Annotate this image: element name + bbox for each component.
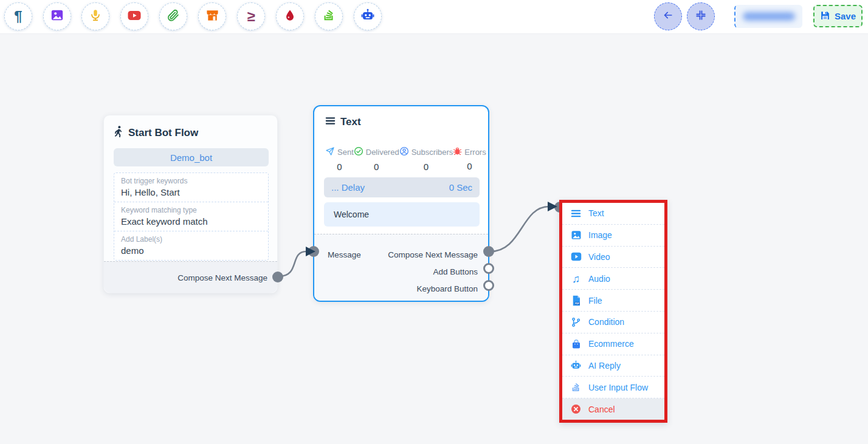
- menu-item-user-input-flow[interactable]: User Input Flow: [562, 377, 664, 398]
- droplet-icon: [284, 9, 296, 24]
- subscriber-icon: [399, 146, 409, 158]
- stat-label: Subscribers: [412, 148, 453, 157]
- text-node-title: Text: [340, 116, 361, 128]
- greater-equal-icon: ≥: [247, 9, 255, 24]
- tool-audio-element[interactable]: [81, 2, 109, 30]
- tool-video-element[interactable]: [120, 2, 148, 30]
- add-buttons-port-label: Add Buttons: [433, 267, 478, 276]
- field-value: Exact keyword match: [121, 216, 261, 227]
- compress-view-button[interactable]: [687, 2, 715, 30]
- message-input-handle[interactable]: [308, 246, 319, 257]
- compose-next-message-handle[interactable]: [483, 246, 494, 257]
- menu-item-label: Audio: [588, 274, 610, 284]
- field-keyword-matching-type[interactable]: Keyword matching type Exact keyword matc…: [114, 202, 268, 231]
- tool-user-input-flow-element[interactable]: [315, 2, 343, 30]
- cancel-circle-icon: [570, 403, 582, 415]
- field-label: Bot trigger keywords: [121, 177, 261, 185]
- top-toolbar: ¶ ≥: [0, 0, 868, 34]
- menu-item-ai-reply[interactable]: AI Reply: [562, 355, 664, 377]
- stack-icon: [570, 381, 582, 393]
- video-icon: [570, 251, 582, 262]
- microphone-icon: [89, 9, 102, 24]
- field-add-labels[interactable]: Add Label(s) demo: [114, 231, 268, 260]
- field-value: Hi, Hello, Start: [121, 187, 261, 197]
- walking-person-icon: [114, 126, 123, 140]
- menu-item-ecommerce[interactable]: Ecommerce: [562, 333, 664, 355]
- delay-row[interactable]: ... Delay 0 Sec: [324, 177, 480, 197]
- bot-name-button[interactable]: Demo_bot: [114, 148, 269, 166]
- stat-label: Delivered: [366, 148, 399, 157]
- message-text-box[interactable]: Welcome: [324, 202, 480, 227]
- menu-item-audio[interactable]: ♫ Audio: [562, 268, 664, 290]
- start-node-header: Start Bot Flow: [114, 126, 198, 140]
- menu-item-condition[interactable]: Condition: [562, 312, 664, 333]
- delay-value: 0 Sec: [449, 182, 472, 193]
- stat-errors: Errors 0: [453, 146, 486, 172]
- tool-text-element[interactable]: ¶: [4, 2, 32, 30]
- tool-image-element[interactable]: [43, 2, 71, 30]
- save-icon: [820, 10, 830, 22]
- menu-item-label: Ecommerce: [588, 339, 634, 349]
- menu-item-label: File: [588, 296, 602, 306]
- menu-item-label: Condition: [588, 317, 624, 327]
- menu-item-text[interactable]: Text: [562, 203, 664, 225]
- menu-item-video[interactable]: Video: [562, 247, 664, 268]
- save-button[interactable]: Save: [813, 5, 863, 27]
- compose-next-message-port-label: Compose Next Message: [388, 250, 478, 259]
- menu-item-cancel[interactable]: Cancel: [562, 398, 664, 420]
- field-value: demo: [121, 245, 261, 256]
- stat-value: 0: [467, 161, 472, 171]
- add-buttons-handle[interactable]: [483, 263, 494, 274]
- stat-value: 0: [337, 162, 342, 172]
- back-button[interactable]: [654, 2, 682, 30]
- delay-label: ... Delay: [331, 182, 365, 193]
- menu-item-image[interactable]: Image: [562, 225, 664, 247]
- paperclip-icon: [167, 9, 180, 24]
- menu-item-label: Image: [588, 230, 612, 240]
- redacted-button[interactable]: [734, 5, 802, 28]
- menu-item-label: Text: [588, 208, 604, 218]
- tool-ai-reply-element[interactable]: [354, 2, 382, 30]
- youtube-icon: [127, 8, 142, 25]
- bug-icon: [453, 146, 462, 157]
- text-message-node[interactable]: Text Sent 0 Delivered 0: [313, 105, 489, 302]
- menu-item-label: Video: [588, 252, 610, 262]
- tool-ecommerce-element[interactable]: [198, 2, 226, 30]
- music-note-icon: ♫: [570, 273, 582, 284]
- send-icon: [325, 146, 335, 158]
- stack-icon: [322, 9, 336, 24]
- field-bot-trigger-keywords[interactable]: Bot trigger keywords Hi, Hello, Start: [114, 173, 268, 202]
- text-lines-icon: [570, 208, 582, 219]
- image-icon: [50, 9, 64, 24]
- menu-item-file[interactable]: PDF File: [562, 290, 664, 312]
- next-message-type-menu: Text Image Video ♫ Audio PDF File Condit…: [559, 200, 667, 423]
- start-node-footer: Compose Next Message: [104, 261, 277, 293]
- stat-delivered: Delivered 0: [354, 146, 399, 172]
- keyboard-button-port-label: Keyboard Button: [416, 284, 478, 293]
- start-bot-flow-node[interactable]: Start Bot Flow Demo_bot Bot trigger keyw…: [103, 115, 278, 293]
- check-circle-icon: [354, 146, 363, 158]
- field-label: Add Label(s): [121, 235, 261, 244]
- stat-label: Sent: [337, 148, 354, 157]
- file-pdf-icon: PDF: [570, 295, 582, 306]
- menu-item-label: AI Reply: [588, 361, 621, 371]
- keyboard-button-handle[interactable]: [483, 280, 494, 291]
- svg-text:PDF: PDF: [575, 302, 579, 304]
- image-icon: [570, 230, 582, 241]
- start-output-handle[interactable]: [272, 272, 283, 282]
- git-branch-icon: [570, 316, 582, 328]
- robot-icon: [570, 360, 582, 371]
- start-node-title: Start Bot Flow: [128, 127, 198, 139]
- menu-item-label: Cancel: [588, 405, 615, 414]
- compose-next-message-port-label: Compose Next Message: [177, 273, 267, 282]
- trigger-fields-box[interactable]: Bot trigger keywords Hi, Hello, Start Ke…: [114, 172, 269, 261]
- tool-drip-element[interactable]: [276, 2, 304, 30]
- tool-file-element[interactable]: [159, 2, 187, 30]
- arrow-left-icon: [662, 9, 674, 24]
- stat-subscribers: Subscribers 0: [399, 146, 453, 172]
- robot-icon: [360, 8, 375, 25]
- tool-condition-element[interactable]: ≥: [237, 2, 265, 30]
- pilcrow-icon: ¶: [14, 9, 22, 24]
- text-node-header[interactable]: Text: [325, 116, 361, 128]
- compress-icon: [695, 10, 706, 23]
